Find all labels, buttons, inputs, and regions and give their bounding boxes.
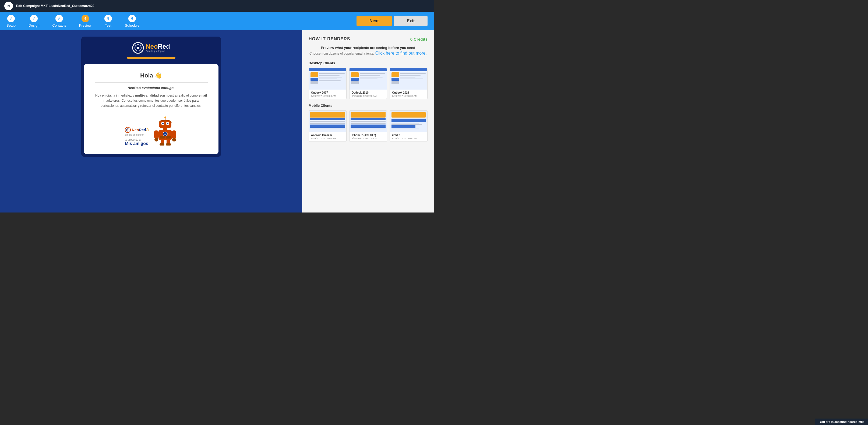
main-content: NeoRed Emails que logran Hola 👋 NeoRed e… — [0, 30, 434, 212]
svg-rect-17 — [160, 136, 165, 138]
email-greeting: Hola 👋 — [95, 72, 208, 79]
client-card-outlook2010[interactable]: Outlook 2010 6/19/2017 12:00:00 AM — [349, 68, 387, 99]
step-circle-design — [30, 15, 38, 22]
svg-point-22 — [172, 138, 176, 141]
client-card-outlook2016[interactable]: Outlook 2016 6/19/2017 12:00:00 AM — [390, 68, 428, 99]
step-label-contacts: Contacts — [52, 23, 66, 27]
email-orange-bar — [127, 57, 176, 59]
step-label-design: Design — [29, 23, 39, 27]
wizard-steps: Setup Design Contacts 4 Preview 5 Test 6 — [6, 15, 356, 27]
client-thumbnail-ipad — [390, 110, 427, 132]
svg-rect-12 — [160, 143, 164, 145]
client-name-iphone: iPhone 7 (iOS 10.2) — [352, 134, 385, 137]
email-subtitle: NeoRed evoluciona contigo. — [95, 86, 208, 90]
client-date-ipad: 6/19/2017 12:00:00 AM — [392, 137, 425, 140]
client-date-android: 6/19/2017 12:00:00 AM — [311, 137, 344, 140]
desktop-clients-section: Desktop Clients — [309, 61, 428, 99]
step-label-schedule: Schedule — [125, 23, 140, 27]
step-circle-setup — [7, 15, 15, 22]
desktop-clients-title: Desktop Clients — [309, 61, 428, 65]
next-button[interactable]: Next — [356, 16, 392, 26]
panel-header: HOW IT RENDERS 0 Credits — [309, 37, 428, 41]
email-divider — [95, 82, 208, 83]
brand-tagline-small: Emails que logran — [125, 133, 149, 136]
email-container: NeoRed Emails que logran Hola 👋 NeoRed e… — [81, 37, 221, 157]
client-thumbnail-outlook2007 — [309, 68, 346, 90]
credits-badge: 0 Credits — [410, 37, 428, 41]
mobile-clients-title: Mobile Clients — [309, 104, 428, 107]
client-thumbnail-android — [309, 110, 346, 132]
exit-button[interactable]: Exit — [394, 16, 428, 26]
client-card-iphone[interactable]: iPhone 7 (iOS 10.2) 6/19/2017 12:00:00 A… — [349, 110, 387, 142]
client-thumbnail-outlook2010 — [349, 68, 387, 90]
te-presento: te presento a — [125, 138, 149, 141]
email-image-area: NeoRed® Emails que logran te presento a … — [95, 117, 208, 146]
client-thumbnail-outlook2016 — [390, 68, 427, 90]
step-circle-test: 5 — [104, 15, 112, 22]
panel-title: HOW IT RENDERS — [309, 37, 350, 41]
client-date-outlook2016: 6/19/2017 12:00:00 AM — [392, 95, 425, 97]
panel-description: Preview what your recipients are seeing … — [309, 46, 428, 56]
email-divider-2 — [95, 113, 208, 113]
mobile-clients-section: Mobile Clients Android — [309, 104, 428, 142]
client-info-outlook2016: Outlook 2016 6/19/2017 12:00:00 AM — [390, 90, 427, 99]
client-info-android: Android Gmail 6 6/19/2017 12:00:00 AM — [309, 132, 346, 141]
svg-point-28 — [167, 123, 168, 124]
step-preview[interactable]: 4 Preview — [79, 15, 91, 27]
svg-rect-19 — [154, 130, 158, 138]
svg-point-9 — [127, 129, 128, 130]
svg-rect-21 — [172, 130, 176, 138]
step-label-preview: Preview — [79, 23, 91, 27]
step-design[interactable]: Design — [29, 15, 39, 27]
step-test[interactable]: 5 Test — [104, 15, 112, 27]
svg-point-27 — [162, 123, 163, 124]
svg-point-30 — [164, 117, 166, 118]
svg-rect-13 — [166, 143, 171, 145]
desktop-clients-grid: Outlook 2007 6/19/2017 12:00:00 AM — [309, 68, 428, 99]
step-label-test: Test — [105, 23, 112, 27]
svg-rect-24 — [159, 120, 172, 128]
svg-point-20 — [154, 138, 158, 141]
step-setup[interactable]: Setup — [6, 15, 16, 27]
client-name-outlook2007: Outlook 2007 — [311, 91, 344, 94]
step-schedule[interactable]: 6 Schedule — [125, 15, 140, 27]
step-circle-schedule: 6 — [128, 15, 136, 22]
wizard-actions: Next Exit — [356, 16, 428, 26]
email-tagline: Emails que logran — [146, 50, 170, 53]
panel-desc-sub: Choose from dozens of popular email clie… — [309, 52, 374, 56]
step-circle-preview: 4 — [82, 15, 89, 22]
svg-rect-18 — [166, 136, 170, 138]
client-info-outlook2010: Outlook 2010 6/19/2017 12:00:00 AM — [349, 90, 387, 99]
robot-illustration: N — [153, 117, 177, 146]
client-card-outlook2007[interactable]: Outlook 2007 6/19/2017 12:00:00 AM — [309, 68, 346, 99]
step-label-setup: Setup — [6, 23, 16, 27]
right-panel: HOW IT RENDERS 0 Credits Preview what yo… — [302, 30, 434, 212]
svg-text:N: N — [164, 133, 166, 136]
mis-amigos: Mis amigos — [125, 141, 149, 146]
panel-desc-main: Preview what your recipients are seeing … — [309, 46, 428, 50]
campaign-title: Edit Campaign: MKT-LeadsNeoRed_Cursomarz… — [16, 4, 94, 8]
panel-desc-link[interactable]: Click here to find out more. — [375, 51, 427, 56]
step-contacts[interactable]: Contacts — [52, 15, 66, 27]
client-date-iphone: 6/19/2017 12:00:00 AM — [352, 137, 385, 140]
client-thumbnail-iphone — [349, 110, 387, 132]
client-info-outlook2007: Outlook 2007 6/19/2017 12:00:00 AM — [309, 90, 346, 99]
svg-text:N: N — [7, 4, 10, 8]
client-card-ipad[interactable]: iPad 2 6/19/2017 12:00:00 AM — [390, 110, 428, 142]
wizard-nav: Setup Design Contacts 4 Preview 5 Test 6 — [0, 12, 434, 30]
client-name-android: Android Gmail 6 — [311, 134, 344, 137]
email-logo: NeoRed Emails que logran — [132, 42, 170, 54]
email-header: NeoRed Emails que logran — [81, 37, 221, 64]
email-preview-area: NeoRed Emails que logran Hola 👋 NeoRed e… — [0, 30, 302, 212]
client-date-outlook2010: 6/19/2017 12:00:00 AM — [352, 95, 385, 97]
client-name-outlook2016: Outlook 2016 — [392, 91, 425, 94]
step-circle-contacts — [55, 15, 63, 22]
top-bar: N Edit Campaign: MKT-LeadsNeoRed_Cursoma… — [0, 0, 434, 12]
client-name-outlook2010: Outlook 2010 — [352, 91, 385, 94]
mobile-clients-grid: Android Gmail 6 6/19/2017 12:00:00 AM — [309, 110, 428, 142]
logo: N — [4, 2, 13, 10]
client-card-android[interactable]: Android Gmail 6 6/19/2017 12:00:00 AM — [309, 110, 346, 142]
client-info-ipad: iPad 2 6/19/2017 12:00:00 AM — [390, 132, 427, 141]
email-body: Hola 👋 NeoRed evoluciona contigo. Hoy en… — [84, 64, 218, 154]
client-date-outlook2007: 6/19/2017 12:00:00 AM — [311, 95, 344, 97]
